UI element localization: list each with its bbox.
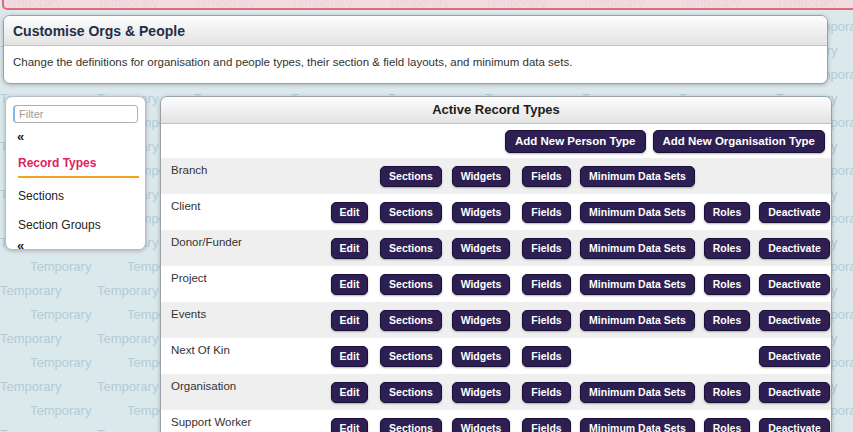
edit-button[interactable]: Edit (331, 382, 369, 403)
collapse-left-icon[interactable]: « (17, 131, 24, 143)
sidebar-item-record-types[interactable]: Record Types (18, 156, 133, 170)
roles-button[interactable]: Roles (704, 202, 751, 223)
mds-button[interactable]: Minimum Data Sets (580, 382, 695, 403)
roles-button[interactable]: Roles (704, 274, 751, 295)
widgets-cell: Widgets (446, 166, 516, 187)
deactivate-cell: Deactivate (756, 238, 832, 259)
roles-cell: Roles (698, 310, 756, 331)
sections-button[interactable]: Sections (380, 310, 442, 331)
page-title: Customise Orgs & People (13, 23, 818, 39)
sections-cell: Sections (376, 166, 446, 187)
mds-button[interactable]: Minimum Data Sets (580, 238, 695, 259)
add-new-person-type-button[interactable]: Add New Person Type (505, 130, 646, 153)
sections-button[interactable]: Sections (380, 274, 442, 295)
sections-cell: Sections (376, 310, 446, 331)
record-type-name: Donor/Funder (161, 230, 323, 248)
fields-cell: Fields (516, 202, 577, 223)
table-row-client: ClientEditSectionsWidgetsFieldsMinimum D… (161, 194, 831, 230)
edit-button[interactable]: Edit (331, 310, 369, 331)
mds-button[interactable]: Minimum Data Sets (580, 418, 695, 432)
deactivate-cell: Deactivate (756, 310, 832, 331)
sections-button[interactable]: Sections (380, 346, 442, 367)
table-row-support-worker: Support WorkerEditSectionsWidgetsFieldsM… (161, 410, 831, 432)
edit-button[interactable]: Edit (331, 418, 369, 432)
sidebar-nav: Record TypesSectionsSection Groups (6, 156, 145, 232)
edit-button[interactable]: Edit (331, 274, 369, 295)
table-row-organisation: OrganisationEditSectionsWidgetsFieldsMin… (161, 374, 831, 410)
widgets-button[interactable]: Widgets (452, 346, 511, 367)
table-row-project: ProjectEditSectionsWidgetsFieldsMinimum … (161, 266, 831, 302)
deactivate-button[interactable]: Deactivate (759, 418, 830, 432)
widgets-cell: Widgets (446, 418, 516, 432)
sections-button[interactable]: Sections (380, 418, 442, 432)
fields-cell: Fields (516, 382, 577, 403)
mds-cell: Minimum Data Sets (577, 382, 698, 403)
widgets-button[interactable]: Widgets (452, 166, 511, 187)
deactivate-cell: Deactivate (756, 382, 832, 403)
fields-button[interactable]: Fields (522, 382, 570, 403)
mds-button[interactable]: Minimum Data Sets (580, 274, 695, 295)
alert-bar (2, 0, 853, 10)
deactivate-button[interactable]: Deactivate (759, 238, 830, 259)
edit-cell: Edit (323, 274, 376, 295)
edit-button[interactable]: Edit (331, 238, 369, 259)
widgets-button[interactable]: Widgets (452, 418, 511, 432)
sidebar-item-sections[interactable]: Sections (18, 189, 133, 203)
fields-button[interactable]: Fields (522, 238, 570, 259)
roles-button[interactable]: Roles (704, 418, 751, 432)
widgets-cell: Widgets (446, 274, 516, 295)
fields-cell: Fields (516, 310, 577, 331)
active-record-types-panel: Active Record Types Add New Person TypeA… (160, 96, 832, 432)
filter-input[interactable] (13, 105, 138, 123)
collapse-left-icon-bottom[interactable]: « (17, 240, 24, 252)
edit-button[interactable]: Edit (331, 202, 369, 223)
deactivate-button[interactable]: Deactivate (759, 310, 830, 331)
sections-cell: Sections (376, 274, 446, 295)
widgets-button[interactable]: Widgets (452, 310, 511, 331)
sections-cell: Sections (376, 382, 446, 403)
panel-title: Active Record Types (161, 97, 831, 124)
record-type-rows: BranchSectionsWidgetsFieldsMinimum Data … (161, 158, 831, 432)
sections-button[interactable]: Sections (380, 382, 442, 403)
roles-button[interactable]: Roles (704, 310, 751, 331)
add-new-organisation-type-button[interactable]: Add New Organisation Type (653, 130, 826, 153)
deactivate-button[interactable]: Deactivate (759, 346, 830, 367)
fields-button[interactable]: Fields (522, 346, 570, 367)
fields-button[interactable]: Fields (522, 202, 570, 223)
sections-button[interactable]: Sections (380, 166, 442, 187)
mds-button[interactable]: Minimum Data Sets (580, 166, 695, 187)
fields-button[interactable]: Fields (522, 166, 570, 187)
mds-cell: Minimum Data Sets (577, 310, 698, 331)
mds-button[interactable]: Minimum Data Sets (580, 310, 695, 331)
widgets-cell: Widgets (446, 382, 516, 403)
widgets-button[interactable]: Widgets (452, 202, 511, 223)
roles-button[interactable]: Roles (704, 238, 751, 259)
edit-button[interactable]: Edit (331, 346, 369, 367)
roles-cell: Roles (698, 382, 756, 403)
deactivate-button[interactable]: Deactivate (759, 382, 830, 403)
fields-button[interactable]: Fields (522, 274, 570, 295)
widgets-button[interactable]: Widgets (452, 238, 511, 259)
table-row-events: EventsEditSectionsWidgetsFieldsMinimum D… (161, 302, 831, 338)
widgets-button[interactable]: Widgets (452, 274, 511, 295)
widgets-cell: Widgets (446, 238, 516, 259)
sidebar-item-section-groups[interactable]: Section Groups (18, 218, 133, 232)
roles-cell: Roles (698, 238, 756, 259)
widgets-cell: Widgets (446, 346, 516, 367)
fields-cell: Fields (516, 274, 577, 295)
deactivate-button[interactable]: Deactivate (759, 202, 830, 223)
record-type-name: Support Worker (161, 410, 323, 428)
table-row-donor-funder: Donor/FunderEditSectionsWidgetsFieldsMin… (161, 230, 831, 266)
fields-button[interactable]: Fields (522, 310, 570, 331)
mds-button[interactable]: Minimum Data Sets (580, 202, 695, 223)
fields-button[interactable]: Fields (522, 418, 570, 432)
widgets-button[interactable]: Widgets (452, 382, 511, 403)
table-row-branch: BranchSectionsWidgetsFieldsMinimum Data … (161, 158, 831, 194)
sections-cell: Sections (376, 418, 446, 432)
roles-button[interactable]: Roles (704, 382, 751, 403)
sections-button[interactable]: Sections (380, 238, 442, 259)
table-actions: Add New Person TypeAdd New Organisation … (161, 124, 831, 158)
fields-cell: Fields (516, 346, 577, 367)
deactivate-button[interactable]: Deactivate (759, 274, 830, 295)
sections-button[interactable]: Sections (380, 202, 442, 223)
